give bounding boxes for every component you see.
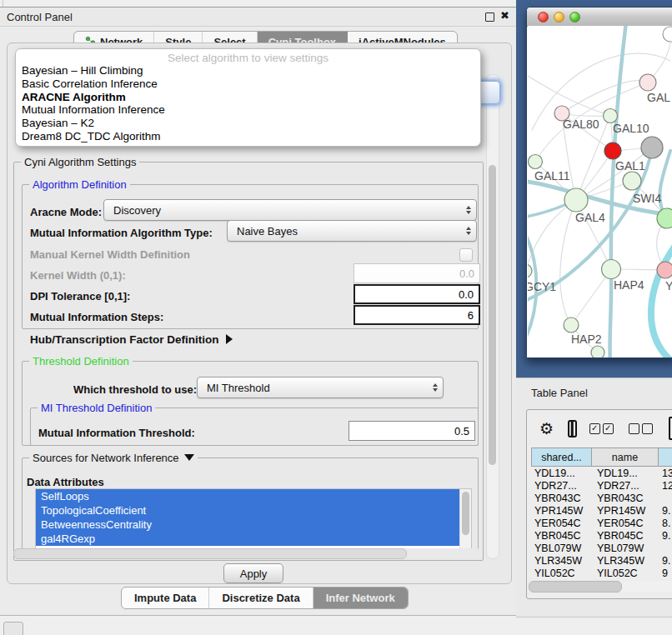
dpi-tolerance-field[interactable]: 0.0 (354, 284, 480, 304)
network-view-window[interactable]: GALGAL80GAL10GAL1GAL11GAL4SWI4GCY1HAP4YH… (526, 7, 672, 358)
table-row[interactable]: YLR345WYLR345W9. (531, 555, 672, 568)
hub-definition-toggle[interactable]: Hub/Transcription Factor Definition (30, 333, 233, 346)
node-GAL4[interactable] (564, 188, 588, 212)
table-row[interactable]: YER054CYER054C8. (531, 517, 672, 529)
table-cell[interactable]: YIL052C (594, 568, 659, 579)
node-red[interactable] (604, 142, 621, 159)
table-cell[interactable]: YBL079W (594, 542, 659, 554)
minimize-traffic-light-icon[interactable] (554, 12, 564, 22)
table-cell[interactable]: YDR27... (531, 480, 594, 492)
table-cell[interactable]: 9. (659, 555, 670, 567)
tab-discretize-data[interactable]: Discretize Data (209, 588, 313, 608)
table-cell[interactable]: YER054C (531, 518, 594, 529)
attribute-list-item[interactable]: TopologicalCoefficient (36, 503, 460, 518)
table-row[interactable]: YBL079WYBL079W (531, 542, 672, 555)
aracne-mode-select[interactable]: Discovery (103, 199, 477, 221)
network-edge[interactable] (560, 200, 576, 325)
table-cell[interactable]: YDL19... (531, 468, 594, 479)
table-cell[interactable]: YBR045C (594, 530, 659, 542)
table-cell[interactable]: 9 (659, 568, 668, 579)
table-row[interactable]: YDL19...YDL19...13 (531, 467, 672, 479)
column-layout-icon[interactable] (568, 420, 577, 438)
kernel-width-field[interactable]: 0.0 (354, 263, 480, 283)
attribute-list-item[interactable]: SelfLoops (36, 489, 460, 503)
node-GCY1[interactable] (528, 264, 532, 278)
node-SWI4[interactable] (657, 208, 672, 228)
algorithm-option[interactable]: Mutual Information Inference (16, 103, 480, 117)
tab-infer-network[interactable]: Infer Network (313, 588, 408, 608)
node-partial-top-right[interactable] (663, 27, 672, 42)
settings-horizontal-scrollbar[interactable] (13, 548, 482, 558)
zoom-traffic-light-icon[interactable] (569, 12, 580, 22)
table-cell[interactable]: YBR045C (531, 530, 594, 542)
column-header-partial[interactable] (659, 448, 672, 467)
node-pink-right[interactable] (657, 262, 672, 278)
table-cell[interactable]: YIL052C (531, 568, 594, 579)
column-header-name[interactable]: name (592, 448, 659, 467)
mi-threshold-field[interactable]: 0.5 (349, 421, 475, 441)
table-cell[interactable]: YBL079W (531, 542, 594, 554)
table-row[interactable]: YPR145WYPR145W9. (531, 504, 672, 517)
table-row[interactable]: YBR045CYBR045C9. (531, 529, 672, 542)
mi-threshold-definition-title: MI Threshold Definition (38, 402, 155, 414)
table-row[interactable]: YBR043CYBR043C (531, 492, 672, 504)
close-icon[interactable]: ✖ (500, 9, 509, 22)
float-window-icon[interactable] (485, 12, 494, 22)
table-cell[interactable]: YLR345W (594, 555, 659, 567)
attribute-list-item[interactable]: gal4RGexp (36, 532, 460, 546)
node-GAL10[interactable] (604, 109, 618, 123)
function-builder-icon[interactable] (669, 417, 672, 440)
network-edge[interactable] (609, 26, 626, 358)
data-attributes-list[interactable]: SelfLoopsTopologicalCoefficientBetweenne… (35, 488, 472, 550)
bottom-left-button[interactable] (3, 622, 23, 635)
mi-algorithm-type-select[interactable]: Naive Bayes (227, 220, 477, 242)
node-GAL11[interactable] (529, 155, 543, 169)
table-horizontal-scrollbar[interactable] (529, 581, 672, 592)
table-cell[interactable]: YBR043C (531, 492, 594, 504)
algorithm-option[interactable]: Dream8 DC_TDC Algorithm (16, 130, 480, 143)
node-bottom[interactable] (591, 346, 604, 358)
table-cell[interactable]: YBR043C (594, 492, 659, 504)
table-cell[interactable]: 9. (659, 505, 670, 517)
table-cell[interactable]: 13 (659, 468, 672, 479)
control-panel-window: Control Panel ✖ Network Style Select Cyn… (0, 7, 516, 616)
algorithm-option[interactable]: Bayesian – Hill Climbing (16, 64, 480, 78)
column-header-shared-name[interactable]: shared... (532, 448, 592, 467)
node-gray[interactable] (641, 137, 663, 158)
hide-columns-icon[interactable] (629, 423, 655, 434)
table-cell[interactable]: YDL19... (594, 468, 659, 479)
table-cell[interactable]: YDR27... (594, 480, 659, 492)
algorithm-option[interactable]: ARACNE Algorithm (16, 91, 480, 104)
table-cell[interactable]: YER054C (594, 518, 659, 529)
attribute-list-item[interactable]: BetweennessCentrality (36, 518, 460, 532)
apply-button[interactable]: Apply (223, 563, 283, 583)
algorithm-option[interactable]: Bayesian – K2 (16, 117, 480, 130)
table-cell[interactable]: 9. (659, 530, 670, 542)
table-cell[interactable]: YLR345W (531, 555, 594, 567)
network-edge[interactable] (651, 244, 672, 358)
table-row[interactable]: YDR27...YDR27...12 (531, 479, 672, 492)
gear-icon[interactable]: ⚙ (539, 421, 554, 437)
sources-group-title[interactable]: Sources for Network Inference (29, 452, 198, 464)
network-canvas[interactable]: GALGAL80GAL10GAL1GAL11GAL4SWI4GCY1HAP4YH… (528, 26, 672, 358)
mi-steps-field[interactable]: 6 (354, 305, 480, 325)
node-GAL1[interactable] (623, 172, 641, 190)
network-edge[interactable] (571, 269, 611, 325)
show-columns-icon[interactable]: ✓✓ (589, 423, 616, 434)
which-threshold-select[interactable]: MI Threshold (197, 377, 444, 398)
node-pink-top[interactable] (639, 74, 656, 91)
table-cell[interactable]: 12 (659, 480, 672, 492)
attributes-list-scrollbar[interactable] (459, 489, 471, 549)
network-edge[interactable] (562, 81, 648, 113)
node-HAP4[interactable] (602, 260, 621, 279)
table-cell[interactable]: YPR145W (594, 505, 659, 517)
manual-kernel-width-checkbox[interactable] (459, 248, 473, 262)
close-traffic-light-icon[interactable] (538, 12, 549, 22)
table-cell[interactable]: 8. (659, 518, 670, 529)
table-cell[interactable]: YPR145W (531, 505, 594, 517)
algorithm-option[interactable]: Basic Correlation Inference (16, 78, 480, 91)
settings-vertical-scrollbar[interactable] (486, 74, 499, 559)
table-row[interactable]: YIL052CYIL052C9 (531, 568, 672, 580)
node-HAP2[interactable] (564, 318, 579, 332)
tab-impute-data[interactable]: Impute Data (122, 588, 209, 608)
